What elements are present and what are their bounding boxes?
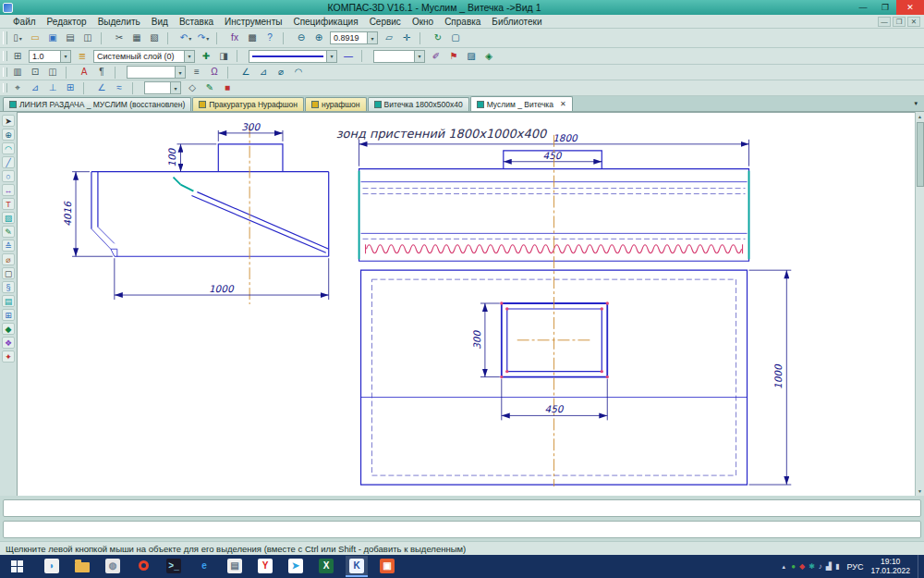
edit-mode-button[interactable]: ✎: [201, 80, 218, 95]
print-button[interactable]: ▤: [62, 31, 79, 45]
tool-insert[interactable]: ⊞: [2, 309, 15, 321]
phantoms-button[interactable]: ◇: [184, 80, 201, 95]
language-indicator[interactable]: РУС: [844, 562, 866, 572]
menu-item[interactable]: Спецификация: [287, 17, 363, 27]
taskbar-app-excel[interactable]: X: [315, 556, 337, 577]
scroll-thumb[interactable]: [917, 122, 924, 187]
chevron-down-icon[interactable]: ▾: [367, 32, 377, 43]
tool-line[interactable]: ╱: [2, 156, 15, 168]
paste-button[interactable]: ▧: [146, 31, 163, 45]
arc-button[interactable]: ◠: [290, 65, 307, 80]
menu-item[interactable]: Сервис: [364, 17, 407, 27]
scroll-down-button[interactable]: ▼: [918, 486, 922, 496]
chevron-down-icon[interactable]: ▾: [170, 82, 180, 93]
grid-snap-button[interactable]: ⊞: [62, 80, 79, 95]
taskbar-app-edge[interactable]: e: [193, 556, 215, 577]
text-format-button[interactable]: A: [76, 65, 92, 80]
taskbar-app-kompas[interactable]: K: [346, 556, 368, 577]
chevron-down-icon[interactable]: ▾: [175, 67, 185, 78]
tool-apps[interactable]: ✦: [2, 350, 15, 363]
mesh-button[interactable]: ◈: [480, 49, 497, 64]
menu-item[interactable]: Вид: [146, 17, 174, 27]
snap-toggle-button[interactable]: ⊿: [27, 80, 43, 95]
tray-icon-5[interactable]: ▮: [835, 562, 839, 571]
tab-close-button[interactable]: ✕: [560, 100, 566, 108]
taskbar-app-terminal[interactable]: >_: [163, 556, 185, 577]
tool-pointer[interactable]: ➤: [2, 115, 15, 127]
chevron-down-icon[interactable]: ▾: [19, 35, 22, 42]
chevron-down-icon[interactable]: ▾: [414, 51, 424, 62]
diameter-button[interactable]: ⌀: [273, 65, 289, 80]
paragraph-button[interactable]: ¶: [93, 65, 110, 80]
document-tab[interactable]: Муслим _ Витечка✕: [470, 96, 573, 111]
taskbar-app-opera[interactable]: [132, 556, 154, 577]
drawing-canvas[interactable]: 300 100 4016 1000: [17, 112, 915, 496]
document-tab[interactable]: Витечка 1800x500x40: [368, 97, 469, 111]
mdi-restore-button[interactable]: ❐: [893, 17, 906, 27]
grid-toggle-button[interactable]: ⊞: [9, 49, 26, 64]
units-button[interactable]: ⊡: [27, 65, 43, 80]
tool-macro[interactable]: ◆: [2, 323, 15, 335]
rounding-button[interactable]: ≈: [111, 80, 128, 95]
tool-hatch[interactable]: ▨: [2, 212, 15, 224]
ortho-button[interactable]: ⊥: [44, 80, 61, 95]
variables-button[interactable]: fx: [226, 31, 243, 45]
layers-button[interactable]: ≣: [74, 49, 91, 64]
tool-report[interactable]: ▤: [2, 295, 15, 307]
help-button[interactable]: ?: [261, 31, 278, 45]
close-button[interactable]: ✕: [896, 0, 924, 15]
insert-symbol-button[interactable]: Ω: [206, 65, 223, 80]
layer-settings-button[interactable]: ◨: [215, 49, 232, 64]
taskbar-app-folder[interactable]: [71, 556, 93, 577]
taskbar-app-docs[interactable]: ▤: [224, 556, 246, 577]
tool-zoom[interactable]: ⊕: [2, 129, 15, 141]
show-desktop-button[interactable]: [918, 555, 921, 578]
scroll-up-button[interactable]: ▲: [918, 112, 922, 121]
triangle-button[interactable]: ⊿: [255, 65, 272, 80]
tool-collections[interactable]: ❖: [2, 337, 15, 349]
menu-item[interactable]: Справка: [439, 17, 486, 27]
doc-settings-button[interactable]: ▥: [9, 65, 26, 80]
tool-edit[interactable]: ✎: [2, 226, 15, 238]
tab-list-button[interactable]: ▾: [914, 100, 921, 107]
menu-item[interactable]: Вставка: [174, 17, 219, 27]
zoom-in-button[interactable]: ⊕: [310, 31, 327, 45]
tray-icon-2[interactable]: ✱: [808, 562, 815, 571]
chevron-down-icon[interactable]: ▾: [60, 51, 70, 62]
taskbar-app-files[interactable]: ▣: [376, 556, 398, 577]
tray-icon-3[interactable]: ♪: [819, 562, 822, 571]
taskbar-app-messenger[interactable]: ◗: [41, 556, 63, 577]
menu-item[interactable]: Окно: [407, 17, 439, 27]
angle-button[interactable]: ∠: [237, 65, 254, 80]
clock[interactable]: 19:10 17.01.2022: [870, 558, 910, 576]
document-tab[interactable]: нурафшон: [305, 97, 367, 111]
step-combo[interactable]: ▾: [144, 81, 181, 94]
hatch-button[interactable]: ▨: [463, 49, 480, 64]
align-left-button[interactable]: ≡: [188, 65, 205, 80]
show-all-button[interactable]: ▢: [447, 31, 464, 45]
format-combo[interactable]: ▾: [127, 66, 186, 79]
refresh-view-button[interactable]: ↻: [430, 31, 446, 45]
chevron-down-icon[interactable]: ▾: [188, 35, 191, 42]
menu-item[interactable]: Редактор: [42, 17, 92, 27]
menu-item[interactable]: Инструменты: [219, 17, 287, 27]
tool-specification[interactable]: §: [2, 281, 15, 293]
scale-combo[interactable]: 1.0▾: [29, 50, 71, 63]
print-preview-button[interactable]: ◫: [79, 31, 96, 45]
flag-button[interactable]: ⚑: [445, 49, 462, 64]
taskbar-app-telegram[interactable]: ➤: [285, 556, 307, 577]
document-tab[interactable]: ЛИНИЯ РАЗДАЧА _ МУСЛИМ (восстановлен): [3, 97, 191, 111]
tool-geometry[interactable]: ◠: [2, 142, 15, 154]
copy-button[interactable]: ▦: [128, 31, 145, 45]
pan-button[interactable]: ✛: [398, 31, 415, 45]
tool-select[interactable]: ▢: [2, 267, 15, 279]
tool-circle[interactable]: ○: [2, 170, 15, 182]
angle-snap-button[interactable]: ∠: [93, 80, 110, 95]
current-layer-combo[interactable]: Системный слой (0)▾: [93, 50, 195, 63]
document-tab[interactable]: Пракуратура Нурафшон: [192, 97, 304, 111]
chevron-down-icon[interactable]: ▾: [184, 51, 194, 62]
tray-icon-4[interactable]: ▟: [826, 562, 832, 571]
pen-button[interactable]: ✐: [428, 49, 444, 64]
cut-button[interactable]: ✂: [111, 31, 128, 45]
open-button[interactable]: ▭: [27, 31, 43, 45]
